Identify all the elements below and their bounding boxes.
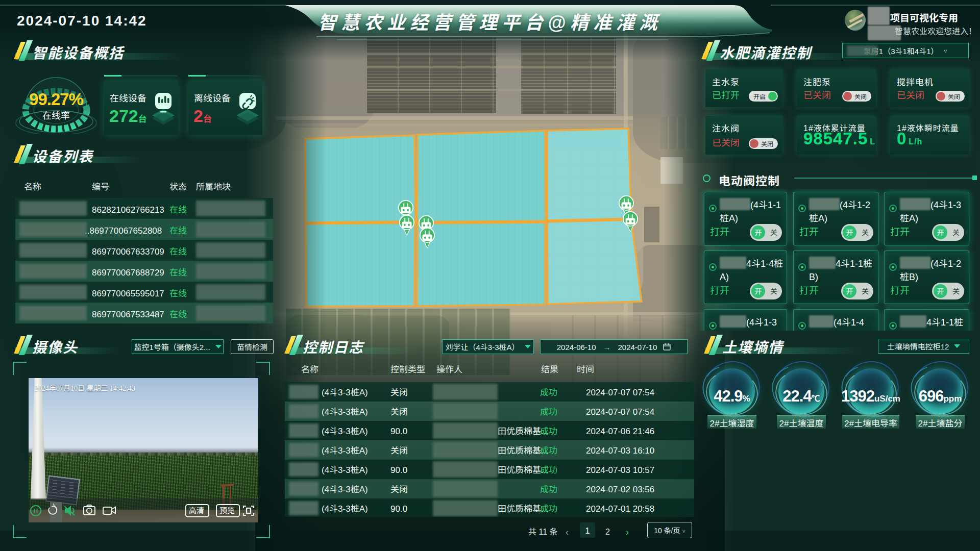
- svg-text:预览: 预览: [219, 505, 235, 515]
- svg-text:高清: 高清: [189, 505, 204, 515]
